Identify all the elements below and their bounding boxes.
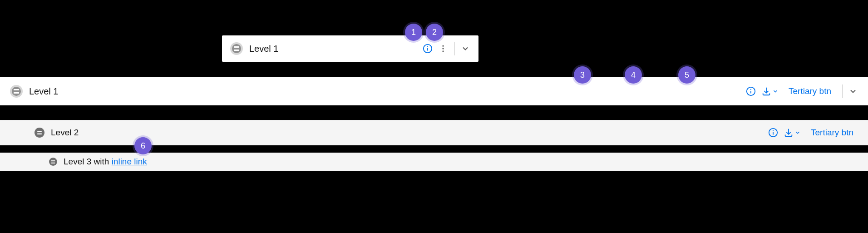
accordion-title: Level 1 (29, 86, 59, 97)
svg-point-7 (442, 50, 444, 52)
divider (842, 84, 843, 98)
svg-point-17 (773, 130, 774, 131)
type-icon (49, 158, 57, 166)
accordion-title: Level 2 (51, 128, 79, 138)
annotation-bubble-4: 4 (625, 66, 642, 84)
chevron-down-icon[interactable] (772, 88, 779, 94)
title-text: Level 3 with (64, 157, 112, 166)
svg-point-5 (442, 45, 444, 47)
accordion-title: Level 1 (249, 44, 279, 54)
tertiary-button[interactable]: Tertiary btn (804, 128, 861, 138)
svg-rect-19 (51, 162, 55, 163)
info-icon[interactable] (765, 125, 781, 140)
svg-point-12 (750, 89, 751, 90)
inline-link[interactable]: inline link (112, 157, 147, 166)
accordion-row-level1: Level 1 Tertiary btn (0, 77, 868, 105)
svg-rect-18 (51, 160, 55, 161)
chevron-down-icon[interactable] (845, 84, 861, 99)
svg-rect-1 (234, 50, 239, 51)
download-button[interactable] (761, 86, 779, 96)
overflow-menu-icon[interactable] (435, 41, 451, 56)
chevron-down-icon[interactable] (458, 41, 473, 56)
accordion-title: Level 3 with inline link (64, 157, 147, 167)
annotation-bubble-3: 3 (574, 66, 591, 84)
type-icon (35, 128, 44, 138)
svg-rect-0 (234, 46, 239, 48)
svg-point-6 (442, 48, 444, 49)
annotation-bubble-1: 1 (405, 24, 422, 41)
info-icon[interactable] (420, 41, 435, 56)
info-icon[interactable] (743, 84, 759, 99)
download-button[interactable] (784, 128, 801, 138)
accordion-row-level2: Level 2 Tertiary btn (0, 120, 868, 145)
tertiary-button[interactable]: Tertiary btn (781, 86, 838, 96)
svg-point-4 (427, 46, 428, 47)
annotation-bubble-6: 6 (134, 137, 152, 154)
type-icon (10, 85, 23, 98)
annotation-bubble-5: 5 (678, 66, 695, 84)
annotation-bubble-2: 2 (426, 24, 443, 41)
divider (454, 42, 455, 55)
chevron-down-icon[interactable] (794, 129, 801, 136)
accordion-row-level3: Level 3 with inline link (0, 153, 868, 171)
svg-rect-14 (37, 134, 42, 134)
type-icon (230, 42, 243, 55)
accordion-compact: Level 1 (222, 35, 478, 62)
svg-rect-9 (14, 92, 19, 94)
svg-rect-13 (37, 131, 42, 132)
svg-rect-8 (14, 89, 19, 90)
